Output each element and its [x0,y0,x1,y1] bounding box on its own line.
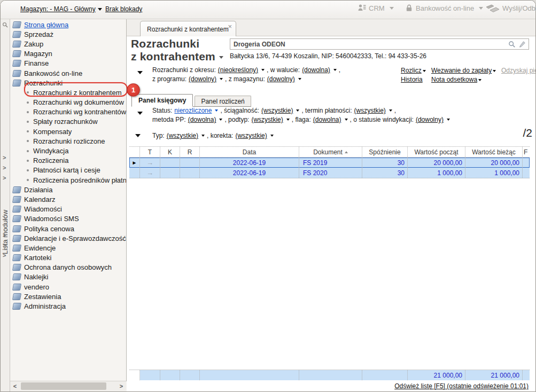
header-wartosc-biezaca[interactable]: Wartość bieżąc [465,147,523,157]
filter-period-dropdown[interactable]: (nieokreślony) [218,66,258,74]
sidebar-subitem-rozrachunki-rozliczone[interactable]: Rozrachunki rozliczone [10,136,126,146]
sidebar-subitem-kompensaty[interactable]: Kompensaty [10,127,126,136]
sidebar-item-magazyn[interactable]: Magazyn [10,49,126,59]
sidebar-item-polityka-cenowa[interactable]: Polityka cenowa [10,224,126,233]
sidebar-item-strona-glowna[interactable]: Strona główna [10,20,126,29]
sidebar-item-ochrona-danych[interactable]: Ochrona danych osobowych [10,263,126,272]
filter-subtype-dropdown[interactable]: (wszystkie) [251,116,283,123]
bullet-icon [27,160,29,162]
sidebar-subitem-rozrachunki-z-kontrahentem[interactable]: Rozrachunki z kontrahentem [10,88,126,97]
header-data[interactable]: Data [200,147,299,157]
chevron-down-icon [389,109,392,112]
sidebar-item-dzialania[interactable]: Działania [10,185,126,194]
sidebar-item-administracja[interactable]: Administracja [10,301,126,311]
filter-type-dropdown[interactable]: (wszystkie) [167,132,198,139]
online-banking-menu[interactable]: Bankowość on-line [405,4,483,12]
filter-flag-dropdown[interactable]: (dowolna) [313,116,341,123]
recover-money-action[interactable]: Odzyskaj pieni [501,67,536,74]
chevron-right-icon[interactable]: > [3,232,6,238]
sidebar-subitem-platnosci-karta[interactable]: Płatności kartą i cesje [10,166,126,175]
tab-rozrachunki-z-kontrahentem[interactable]: Rozrachunki z kontrahentem × [140,21,236,36]
sidebar-item-kartoteki[interactable]: Kartoteki [10,253,126,263]
header-wartosc-poczatkowa[interactable]: Wartość począt [408,147,465,157]
tab-panel-ksiegowy[interactable]: Panel księgowy [131,94,193,107]
sidebar-subitem-rozrachunki-wg-kontrahentow[interactable]: Rozrachunki wg kontrahentów [10,107,126,117]
sidebar-item-zestawienia[interactable]: Zestawienia [10,292,126,301]
filter-due-date-dropdown[interactable]: (wszystkie) [354,107,386,114]
interest-note-action[interactable]: Nota odsetkowa [431,76,481,83]
filter-pp-method-dropdown[interactable]: (dowolna) [188,116,216,123]
history-action[interactable]: Historia [401,76,423,83]
cell-r [180,158,200,168]
crm-menu[interactable]: CRM [358,4,394,12]
send-receive-menu[interactable]: Wyślij/Odb [486,4,535,13]
collapse-type-filters-icon[interactable] [135,134,141,137]
sidebar-item-sprzedaz[interactable]: Sprzedaż [10,29,126,39]
sidebar-subitem-splaty-rozrachunkow[interactable]: Spłaty rozrachunków [10,117,126,127]
sidebar-subitem-rozliczenia-posrednikow[interactable]: Rozliczenia pośredników płatno [10,175,126,185]
header-t[interactable]: T [140,147,160,157]
sms-icon [12,215,21,222]
sidebar-subitem-rozrachunki-wg-dokumentow[interactable]: Rozrachunki wg dokumentów [10,98,126,107]
scroll-right-button[interactable]: > [116,381,126,391]
main-panel: Rozrachunki z kontrahentem × Rozrachunki… [127,19,535,391]
sidebar-item-deklaracje[interactable]: Deklaracje i e-Sprawozdawczość [10,233,126,243]
table-row[interactable]: ► → 2022-06-19 FS 2019 30 20 000,00 20 0… [129,158,530,168]
edit-pencil-icon[interactable] [518,41,526,48]
sidebar-item-wiadomosci[interactable]: Wiadomości [10,205,126,214]
chevron-down-icon [345,119,348,121]
chevron-right-icon[interactable]: > [3,154,6,161]
search-icon[interactable] [508,41,516,48]
pin-icon[interactable] [2,22,8,28]
chevron-right-icon[interactable]: > [3,164,6,171]
header-k[interactable]: K [160,147,180,157]
chevron-right-icon[interactable]: > [3,242,6,248]
filter-label: Rozrachunki z okresu: [152,66,216,74]
contractor-input[interactable]: Drogeria ODEON [230,38,529,50]
close-icon[interactable]: × [228,22,232,30]
sidebar-item-zakup[interactable]: Zakup [10,39,126,49]
filter-status-dropdown[interactable]: nierozliczone [174,107,212,114]
table-row[interactable]: → 2022-06-19 FS 2020 30 1 000,00 1 000,0… [129,168,530,178]
header-f[interactable]: F [523,147,530,157]
tab-panel-rozliczen[interactable]: Panel rozliczeń [195,96,251,106]
scrollbar-thumb[interactable] [21,382,106,390]
chevron-right-icon[interactable]: > [3,252,6,258]
sidebar-item-wiadomosci-sms[interactable]: Wiadomości SMS [10,214,126,224]
settle-action[interactable]: Rozlicz [401,67,426,74]
chevron-down-icon [493,70,496,72]
filter-currency-dropdown[interactable]: (dowolna) [302,66,330,74]
scroll-left-button[interactable]: < [10,381,20,391]
current-row-icon: ► [132,160,137,166]
records-icon [12,245,21,252]
sidebar-item-rozrachunki[interactable]: Rozrachunki [10,78,126,88]
payment-demand-action[interactable]: Wezwanie do zapłaty [431,67,496,74]
chevron-right-icon[interactable]: > [3,175,6,181]
sidebar-item-vendero[interactable]: vendero [10,282,126,292]
lock-status-link[interactable]: Brak blokady [105,5,142,13]
header-spoznienie[interactable]: Spóźnienie [362,147,408,157]
sidebar-item-ewidencje[interactable]: Ewidencje [10,243,126,253]
price-policy-icon [12,225,21,232]
filter-program-dropdown[interactable]: (dowolny) [189,75,216,83]
sidebar-item-naklejki[interactable]: Naklejki [10,272,126,282]
sidebar-subitem-windykacja[interactable]: Windykacja [10,146,126,155]
filter-correction-dropdown[interactable]: (wszystkie) [235,132,267,139]
header-r[interactable]: R [180,147,200,157]
sidebar-item-finanse[interactable]: Finanse [10,59,126,68]
filter-vindication-dropdown[interactable]: (dowolny) [416,116,444,123]
filter-collectability-dropdown[interactable]: (wszystkie) [261,107,293,114]
chevron-down-icon [390,7,394,10]
document-tabstrip: Rozrachunki z kontrahentem × [127,19,535,36]
refresh-list-link[interactable]: Odśwież listę [F5] (ostatnie odświeżenie… [394,382,529,390]
page-title-line2[interactable]: z kontrahentem [131,50,223,63]
sidebar-item-kalendarz[interactable]: Kalendarz [10,194,126,204]
sidebar-subitem-rozliczenia[interactable]: Rozliczenia [10,156,126,166]
sidebar-horizontal-scrollbar[interactable]: < > [10,381,126,391]
sidebar-item-bankowosc[interactable]: Bankowość on-line [10,68,126,78]
collapse-filters-icon[interactable] [137,71,143,74]
collapse-status-filters-icon[interactable] [137,112,143,115]
warehouse-selector[interactable]: Magazyn: - MAG - Główny [20,5,102,13]
header-dokument[interactable]: Dokument [299,147,362,157]
filter-warehouse-dropdown[interactable]: (dowolny) [267,75,295,83]
